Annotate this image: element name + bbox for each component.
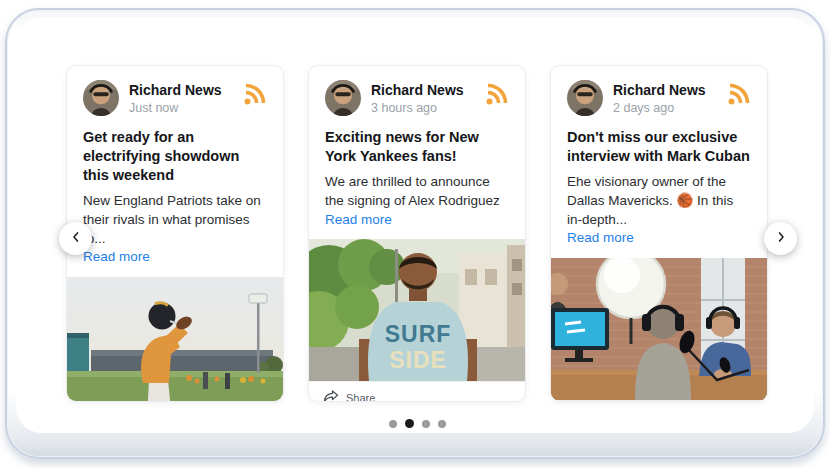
card-header: Richard News 3 hours ago bbox=[325, 80, 509, 116]
author-block: Richard News Just now bbox=[129, 80, 233, 115]
post-image-surf-man: SURF SIDE bbox=[309, 239, 526, 381]
rss-icon[interactable] bbox=[727, 82, 751, 106]
author-name: Richard News bbox=[129, 80, 233, 98]
chevron-left-icon bbox=[69, 230, 83, 248]
card-content: Richard News Just now G bbox=[67, 66, 283, 267]
author-name: Richard News bbox=[371, 80, 475, 98]
tshirt-text-line2: SIDE bbox=[389, 347, 447, 373]
card-content: Richard News 3 hours ago bbox=[309, 66, 525, 229]
card-row: Richard News Just now G bbox=[66, 65, 768, 402]
news-card: Richard News 3 hours ago bbox=[308, 65, 526, 402]
carousel-next-button[interactable] bbox=[764, 222, 797, 255]
carousel-dots bbox=[66, 419, 768, 428]
carousel-dot-3[interactable] bbox=[438, 420, 446, 428]
post-image-podcast bbox=[551, 258, 768, 400]
share-button[interactable]: Share bbox=[309, 381, 525, 402]
carousel-prev-button[interactable] bbox=[59, 222, 92, 255]
rss-icon[interactable] bbox=[485, 82, 509, 106]
share-arrow-icon bbox=[323, 389, 339, 402]
device-screen: Richard News Just now G bbox=[16, 17, 814, 433]
carousel-dot-1[interactable] bbox=[405, 419, 414, 428]
news-card: Richard News Just now G bbox=[66, 65, 284, 402]
post-title: Don't miss our exclusive interview with … bbox=[567, 128, 751, 166]
tshirt-text-line1: SURF bbox=[385, 321, 452, 347]
post-body: Ehe visionary owner of the Dallas Maveri… bbox=[567, 173, 751, 229]
carousel-dot-0[interactable] bbox=[389, 420, 397, 428]
share-label: Share bbox=[346, 392, 375, 402]
card-header: Richard News 2 days ago bbox=[567, 80, 751, 116]
post-timestamp: 3 hours ago bbox=[371, 101, 475, 115]
read-more-link[interactable]: Read more bbox=[83, 248, 267, 267]
card-header: Richard News Just now bbox=[83, 80, 267, 116]
post-title: Exciting news for New York Yankees fans! bbox=[325, 128, 509, 166]
rss-icon[interactable] bbox=[243, 82, 267, 106]
author-block: Richard News 2 days ago bbox=[613, 80, 717, 115]
post-body: New England Patriots take on their rival… bbox=[83, 192, 267, 248]
post-title: Get ready for an electrifying showdown t… bbox=[83, 128, 267, 185]
avatar bbox=[83, 80, 119, 116]
post-timestamp: Just now bbox=[129, 101, 233, 115]
chevron-right-icon bbox=[774, 230, 788, 248]
news-card: Richard News 2 days ago bbox=[550, 65, 768, 402]
post-body: We are thrilled to announce the signing … bbox=[325, 173, 509, 210]
author-name: Richard News bbox=[613, 80, 717, 98]
author-block: Richard News 3 hours ago bbox=[371, 80, 475, 115]
avatar bbox=[325, 80, 361, 116]
news-carousel: Richard News Just now G bbox=[66, 65, 768, 402]
share-button[interactable]: Share bbox=[551, 400, 767, 402]
tablet-device-frame: Richard News Just now G bbox=[5, 8, 825, 459]
avatar bbox=[567, 80, 603, 116]
post-image-football bbox=[67, 277, 284, 402]
card-content: Richard News 2 days ago bbox=[551, 66, 767, 248]
post-timestamp: 2 days ago bbox=[613, 101, 717, 115]
read-more-link[interactable]: Read more bbox=[567, 229, 751, 248]
carousel-dot-2[interactable] bbox=[422, 420, 430, 428]
read-more-link[interactable]: Read more bbox=[325, 211, 509, 230]
